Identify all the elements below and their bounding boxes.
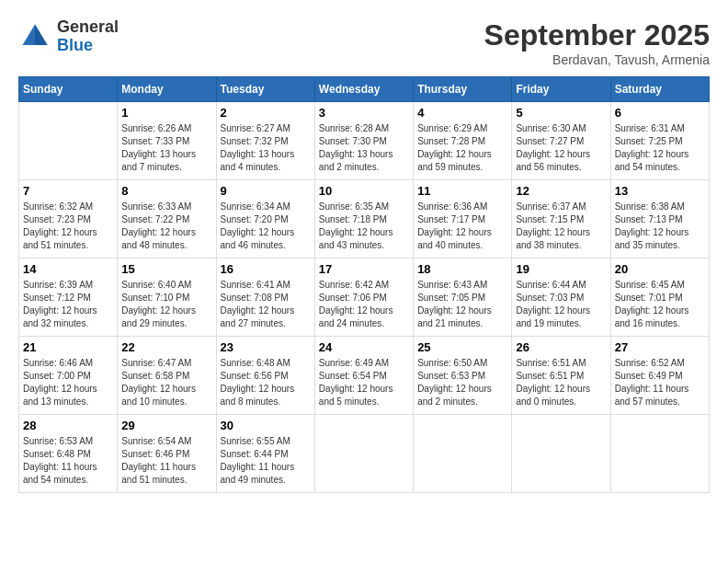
day-number: 10: [319, 184, 409, 198]
day-number: 4: [417, 106, 507, 120]
col-wednesday: Wednesday: [314, 77, 413, 102]
day-number: 28: [23, 419, 113, 432]
week-row-4: 21Sunrise: 6:46 AM Sunset: 7:00 PM Dayli…: [19, 337, 710, 415]
day-info: Sunrise: 6:51 AM Sunset: 6:51 PM Dayligh…: [516, 357, 606, 408]
col-monday: Monday: [118, 77, 216, 102]
table-cell: 20Sunrise: 6:45 AM Sunset: 7:01 PM Dayli…: [610, 259, 709, 337]
day-number: 20: [615, 262, 705, 276]
day-number: 13: [615, 184, 705, 198]
table-cell: 26Sunrise: 6:51 AM Sunset: 6:51 PM Dayli…: [512, 337, 610, 415]
table-cell: 7Sunrise: 6:32 AM Sunset: 7:23 PM Daylig…: [19, 180, 118, 259]
day-info: Sunrise: 6:52 AM Sunset: 6:49 PM Dayligh…: [615, 357, 705, 408]
day-info: Sunrise: 6:26 AM Sunset: 7:33 PM Dayligh…: [121, 122, 211, 174]
table-cell: 1Sunrise: 6:26 AM Sunset: 7:33 PM Daylig…: [118, 102, 216, 180]
table-cell: 25Sunrise: 6:50 AM Sunset: 6:53 PM Dayli…: [414, 337, 512, 415]
logo-text: General Blue: [57, 18, 119, 55]
day-number: 24: [319, 340, 409, 354]
table-cell: 13Sunrise: 6:38 AM Sunset: 7:13 PM Dayli…: [610, 180, 709, 259]
day-number: 12: [516, 184, 606, 198]
logo-icon: [18, 20, 51, 53]
table-cell: 12Sunrise: 6:37 AM Sunset: 7:15 PM Dayli…: [512, 180, 610, 259]
day-number: 9: [221, 184, 311, 198]
table-cell: 8Sunrise: 6:33 AM Sunset: 7:22 PM Daylig…: [118, 180, 216, 259]
day-info: Sunrise: 6:28 AM Sunset: 7:30 PM Dayligh…: [319, 122, 409, 174]
calendar-header-row: Sunday Monday Tuesday Wednesday Thursday…: [19, 77, 710, 102]
col-thursday: Thursday: [414, 77, 512, 102]
day-info: Sunrise: 6:42 AM Sunset: 7:06 PM Dayligh…: [319, 279, 409, 330]
day-number: 3: [319, 106, 409, 120]
location-subtitle: Berdavan, Tavush, Armenia: [484, 52, 710, 67]
day-number: 30: [221, 419, 311, 432]
day-info: Sunrise: 6:48 AM Sunset: 6:56 PM Dayligh…: [221, 357, 311, 408]
day-info: Sunrise: 6:27 AM Sunset: 7:32 PM Dayligh…: [221, 122, 311, 174]
table-cell: 29Sunrise: 6:54 AM Sunset: 6:46 PM Dayli…: [118, 415, 216, 493]
day-info: Sunrise: 6:35 AM Sunset: 7:18 PM Dayligh…: [319, 201, 409, 252]
day-info: Sunrise: 6:38 AM Sunset: 7:13 PM Dayligh…: [615, 201, 705, 252]
table-cell: 30Sunrise: 6:55 AM Sunset: 6:44 PM Dayli…: [216, 415, 314, 493]
day-info: Sunrise: 6:44 AM Sunset: 7:03 PM Dayligh…: [516, 279, 606, 330]
day-number: 16: [221, 262, 311, 276]
table-cell: 19Sunrise: 6:44 AM Sunset: 7:03 PM Dayli…: [512, 259, 610, 337]
table-cell: 22Sunrise: 6:47 AM Sunset: 6:58 PM Dayli…: [118, 337, 216, 415]
day-info: Sunrise: 6:49 AM Sunset: 6:54 PM Dayligh…: [319, 357, 409, 408]
logo: General Blue: [18, 18, 119, 55]
table-cell: 18Sunrise: 6:43 AM Sunset: 7:05 PM Dayli…: [414, 259, 512, 337]
week-row-3: 14Sunrise: 6:39 AM Sunset: 7:12 PM Dayli…: [19, 259, 710, 337]
table-cell: [512, 415, 610, 493]
day-number: 15: [121, 262, 211, 276]
day-info: Sunrise: 6:43 AM Sunset: 7:05 PM Dayligh…: [417, 279, 507, 330]
table-cell: 3Sunrise: 6:28 AM Sunset: 7:30 PM Daylig…: [314, 102, 413, 180]
week-row-2: 7Sunrise: 6:32 AM Sunset: 7:23 PM Daylig…: [19, 180, 710, 259]
table-cell: 21Sunrise: 6:46 AM Sunset: 7:00 PM Dayli…: [19, 337, 118, 415]
day-number: 8: [121, 184, 211, 198]
day-info: Sunrise: 6:39 AM Sunset: 7:12 PM Dayligh…: [23, 279, 113, 330]
day-number: 1: [121, 106, 211, 120]
day-number: 19: [516, 262, 606, 276]
table-cell: [414, 415, 512, 493]
day-info: Sunrise: 6:32 AM Sunset: 7:23 PM Dayligh…: [23, 201, 113, 252]
day-info: Sunrise: 6:34 AM Sunset: 7:20 PM Dayligh…: [221, 201, 311, 252]
day-info: Sunrise: 6:55 AM Sunset: 6:44 PM Dayligh…: [221, 435, 311, 487]
day-info: Sunrise: 6:40 AM Sunset: 7:10 PM Dayligh…: [121, 279, 211, 330]
day-number: 7: [23, 184, 113, 198]
day-number: 21: [23, 340, 113, 354]
day-info: Sunrise: 6:36 AM Sunset: 7:17 PM Dayligh…: [417, 201, 507, 252]
day-number: 2: [221, 106, 311, 120]
day-info: Sunrise: 6:45 AM Sunset: 7:01 PM Dayligh…: [615, 279, 705, 330]
table-cell: 6Sunrise: 6:31 AM Sunset: 7:25 PM Daylig…: [610, 102, 709, 180]
week-row-1: 1Sunrise: 6:26 AM Sunset: 7:33 PM Daylig…: [19, 102, 710, 180]
day-info: Sunrise: 6:54 AM Sunset: 6:46 PM Dayligh…: [121, 435, 211, 487]
calendar-table: Sunday Monday Tuesday Wednesday Thursday…: [18, 76, 710, 493]
table-cell: 4Sunrise: 6:29 AM Sunset: 7:28 PM Daylig…: [414, 102, 512, 180]
table-cell: 23Sunrise: 6:48 AM Sunset: 6:56 PM Dayli…: [216, 337, 314, 415]
day-info: Sunrise: 6:41 AM Sunset: 7:08 PM Dayligh…: [221, 279, 311, 330]
table-cell: 28Sunrise: 6:53 AM Sunset: 6:48 PM Dayli…: [19, 415, 118, 493]
table-cell: 15Sunrise: 6:40 AM Sunset: 7:10 PM Dayli…: [118, 259, 216, 337]
day-number: 18: [417, 262, 507, 276]
day-info: Sunrise: 6:31 AM Sunset: 7:25 PM Dayligh…: [615, 122, 705, 174]
day-info: Sunrise: 6:29 AM Sunset: 7:28 PM Dayligh…: [417, 122, 507, 174]
title-area: September 2025 Berdavan, Tavush, Armenia: [484, 18, 710, 67]
day-info: Sunrise: 6:46 AM Sunset: 7:00 PM Dayligh…: [23, 357, 113, 408]
day-number: 14: [23, 262, 113, 276]
month-title: September 2025: [484, 18, 710, 52]
col-sunday: Sunday: [19, 77, 118, 102]
table-cell: [19, 102, 118, 180]
svg-marker-1: [35, 24, 48, 45]
day-number: 11: [417, 184, 507, 198]
table-cell: [314, 415, 413, 493]
table-cell: 10Sunrise: 6:35 AM Sunset: 7:18 PM Dayli…: [314, 180, 413, 259]
day-info: Sunrise: 6:47 AM Sunset: 6:58 PM Dayligh…: [121, 357, 211, 408]
day-number: 29: [121, 419, 211, 432]
table-cell: 11Sunrise: 6:36 AM Sunset: 7:17 PM Dayli…: [414, 180, 512, 259]
day-number: 26: [516, 340, 606, 354]
day-info: Sunrise: 6:33 AM Sunset: 7:22 PM Dayligh…: [121, 201, 211, 252]
day-info: Sunrise: 6:50 AM Sunset: 6:53 PM Dayligh…: [417, 357, 507, 408]
table-cell: 5Sunrise: 6:30 AM Sunset: 7:27 PM Daylig…: [512, 102, 610, 180]
week-row-5: 28Sunrise: 6:53 AM Sunset: 6:48 PM Dayli…: [19, 415, 710, 493]
day-number: 23: [221, 340, 311, 354]
page-header: General Blue September 2025 Berdavan, Ta…: [18, 18, 710, 67]
day-number: 22: [121, 340, 211, 354]
table-cell: 14Sunrise: 6:39 AM Sunset: 7:12 PM Dayli…: [19, 259, 118, 337]
table-cell: 2Sunrise: 6:27 AM Sunset: 7:32 PM Daylig…: [216, 102, 314, 180]
